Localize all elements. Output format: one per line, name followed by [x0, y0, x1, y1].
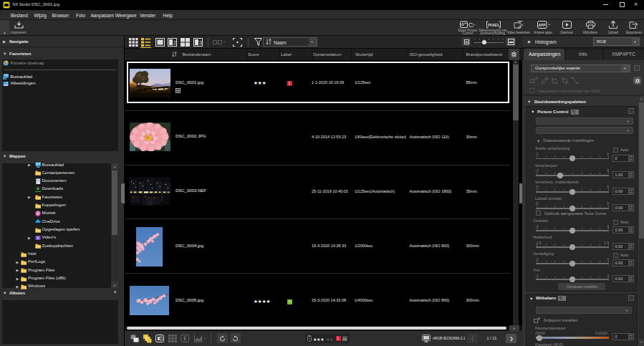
svg-text:APP: APP — [539, 24, 547, 27]
svg-text:2: 2 — [173, 40, 176, 45]
svg-text:C: C — [468, 21, 474, 29]
svg-text:3: 3 — [199, 40, 202, 45]
svg-text:PIXEL: PIXEL — [488, 23, 500, 27]
